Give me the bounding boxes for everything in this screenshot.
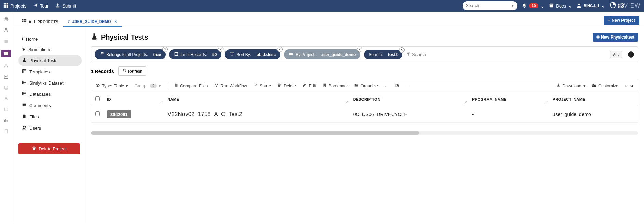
sidebar-item-comments[interactable]: Comments	[18, 100, 82, 111]
rail-rocket[interactable]	[0, 96, 12, 101]
refresh-button[interactable]: Refresh	[118, 66, 146, 76]
tool-copy[interactable]	[394, 83, 399, 89]
sidebar-item-simulations[interactable]: ✱ Simulations	[18, 44, 82, 55]
svg-point-67	[594, 85, 595, 86]
filter-pill-belongs[interactable]: Belongs to all Projects: true ×	[95, 49, 166, 59]
user-menu[interactable]: BING.LI1 ⌄	[577, 3, 605, 9]
chevron-right-double-icon[interactable]: »	[630, 82, 633, 89]
resize-handle-icon[interactable]: ⋰	[544, 101, 548, 104]
chevron-down-icon: ⌄	[601, 3, 605, 9]
download-icon	[556, 83, 561, 89]
sidebar-item-files[interactable]: Files	[18, 111, 82, 122]
rail-bars[interactable]	[0, 118, 12, 123]
close-icon[interactable]: ×	[277, 47, 283, 52]
tool-workflow[interactable]: Run Workflow	[214, 83, 247, 89]
filter-pill-search[interactable]: Search: test2 ×	[364, 50, 402, 59]
sidebar-item-home[interactable]: i Home	[18, 33, 82, 44]
tool-expand-h[interactable]: ↔	[384, 84, 388, 88]
tool-organize[interactable]: Organize	[354, 83, 378, 89]
rail-atom[interactable]	[0, 17, 12, 22]
row-checkbox[interactable]	[95, 111, 100, 116]
tab-close-icon[interactable]: ×	[114, 19, 117, 24]
row-id-badge[interactable]: 3042061	[107, 110, 131, 118]
rail-db1[interactable]	[0, 39, 12, 44]
chevron-left-double-icon[interactable]: «	[625, 82, 628, 89]
row-name[interactable]: V22Nov02_1758_A_C_Test2	[164, 106, 350, 123]
pill-value: test2	[388, 52, 398, 57]
svg-rect-32	[22, 19, 24, 21]
filter-pill-byproject[interactable]: By Project: user_guide_demo ×	[284, 49, 360, 59]
tool-type[interactable]: Type: Table ▾	[95, 83, 128, 89]
compare-label: Compare Files	[180, 84, 208, 88]
rail-flask[interactable]	[0, 28, 12, 33]
col-checkbox	[91, 92, 104, 106]
sidebar-item-users[interactable]: Users	[18, 122, 82, 134]
caret-down-icon: ▾	[512, 3, 514, 8]
col-project[interactable]: PROJECT_NAME	[549, 92, 638, 106]
rail-doc[interactable]	[0, 129, 12, 134]
share-icon	[253, 83, 258, 89]
tool-delete[interactable]: Delete	[277, 83, 296, 89]
rail-box[interactable]	[0, 107, 12, 112]
info-button[interactable]: i	[628, 51, 634, 58]
filter-pill-sort[interactable]: Sort By: pt.id:desc ×	[225, 49, 280, 59]
close-icon[interactable]: ×	[218, 47, 223, 52]
nav-submit[interactable]: Submit	[55, 3, 76, 9]
tool-download[interactable]: Download ▾	[556, 83, 586, 89]
col-program[interactable]: PROGRAM_NAME⋰	[469, 92, 549, 106]
col-name[interactable]: NAME⋰	[164, 92, 350, 106]
tab-current-project[interactable]: i USER_GUIDE_DEMO ×	[63, 17, 121, 27]
close-icon[interactable]: ×	[162, 47, 168, 52]
delete-project-button[interactable]: Delete Project	[18, 143, 80, 154]
col-project-label: PROJECT_NAME	[553, 97, 585, 101]
resize-handle-icon[interactable]: ⋰	[345, 101, 348, 104]
close-icon[interactable]: ×	[357, 47, 362, 52]
col-description[interactable]: DESCRIPTION⋰	[350, 92, 469, 106]
svg-point-22	[5, 64, 7, 65]
notifications[interactable]: 10 ⌄	[522, 3, 544, 9]
tool-groups[interactable]: Groups 0 ▾	[134, 83, 161, 88]
layout: All Projects i USER_GUIDE_DEMO × + New P…	[0, 12, 644, 223]
tool-share[interactable]: Share	[253, 83, 271, 89]
tool-edit[interactable]: Edit	[302, 83, 316, 89]
scrollbar-thumb[interactable]	[91, 131, 419, 135]
sort-icon	[230, 51, 234, 57]
tool-bookmark[interactable]: Bookmark	[322, 83, 348, 89]
tool-compare[interactable]: Compare Files	[174, 83, 208, 89]
tool-more[interactable]: ⋯	[405, 83, 410, 88]
pill-value: pt.id:desc	[257, 52, 276, 57]
logo[interactable]: d3VIEW	[610, 2, 641, 10]
select-all-checkbox[interactable]	[95, 96, 100, 101]
new-physicaltest-button[interactable]: ✚ New Physicaltest	[593, 33, 638, 42]
rail-tree[interactable]	[0, 63, 12, 68]
nav-projects[interactable]: Projects	[3, 3, 26, 9]
svg-rect-0	[4, 3, 5, 4]
rail-storage[interactable]	[0, 85, 12, 90]
table-row[interactable]: 3042061 V22Nov02_1758_A_C_Test2 0C_US06_…	[91, 106, 638, 123]
horizontal-scrollbar[interactable]	[91, 131, 638, 135]
filter-search-text: Search	[412, 52, 426, 57]
filter-search-input[interactable]: Search	[406, 51, 426, 57]
tab-all-projects[interactable]: All Projects	[17, 16, 63, 27]
close-icon[interactable]: ×	[399, 47, 405, 53]
filter-pill-limit[interactable]: Limit Records: 50 ×	[169, 49, 221, 59]
rail-active[interactable]	[0, 50, 12, 57]
col-id[interactable]: ID⋰	[104, 92, 164, 106]
global-search[interactable]: Search ▾	[463, 1, 517, 10]
nav-tour[interactable]: Tour	[33, 3, 49, 9]
docs-menu[interactable]: Docs ⌄	[549, 3, 572, 9]
resize-handle-icon[interactable]: ⋰	[159, 101, 163, 104]
rail-chart[interactable]	[0, 74, 12, 79]
sidebar-item-templates[interactable]: Templates	[18, 66, 82, 77]
sidebar-item-databases[interactable]: Databases	[18, 89, 82, 100]
sidebar-item-simlytiks[interactable]: Simlytiks Dataset	[18, 77, 82, 89]
svg-rect-10	[550, 4, 553, 4]
new-project-button[interactable]: + New Project	[604, 16, 639, 25]
tool-customize[interactable]: Customize	[592, 83, 618, 89]
chevron-down-icon: ⌄	[540, 3, 544, 9]
svg-rect-7	[5, 6, 6, 8]
sidebar-item-physical-tests[interactable]: Physical Tests	[18, 55, 82, 66]
resize-handle-icon[interactable]: ⋰	[464, 101, 467, 104]
topbar: Projects Tour Submit Search ▾ 10 ⌄	[0, 0, 644, 12]
adv-button[interactable]: Adv	[610, 51, 622, 58]
